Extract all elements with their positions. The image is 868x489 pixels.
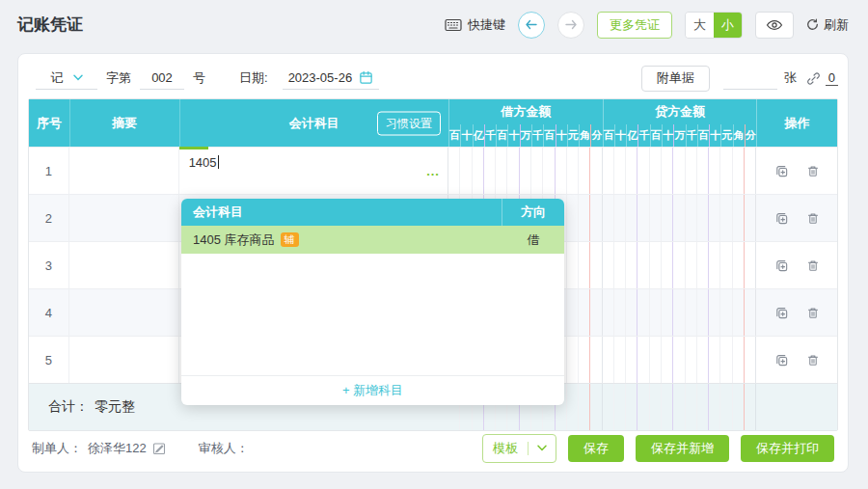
calendar-icon[interactable] (359, 70, 373, 85)
subject-input-value[interactable]: 1405 (189, 155, 217, 170)
amount-grid-cell (556, 148, 567, 194)
summary-cell[interactable] (69, 148, 179, 194)
summary-cell[interactable] (69, 242, 179, 288)
amount-grid-cell (733, 384, 745, 430)
amount-grid-cell (579, 148, 590, 194)
digit-column-label: 十 (461, 124, 473, 147)
amount-grid-cell (626, 337, 637, 383)
amount-grid-cell (567, 289, 579, 336)
dropdown-item-selected[interactable]: 1405 库存商品 辅 借 (181, 226, 564, 254)
voucher-word-select[interactable]: 记 (36, 67, 97, 90)
amount-grid-cell (473, 148, 484, 194)
delete-row-button[interactable] (806, 258, 820, 273)
habit-setting-button[interactable]: 习惯设置 (377, 111, 441, 135)
date-input[interactable]: 2023-05-26 (283, 67, 380, 90)
amount-grid-cell (686, 289, 697, 336)
subject-cell[interactable]: 1405... (179, 148, 448, 194)
row-actions-cell (756, 337, 837, 383)
save-and-print-button[interactable]: 保存并打印 (741, 435, 834, 462)
attachment-count-link[interactable]: 0 (826, 70, 838, 86)
amount-grid-cell (745, 242, 755, 288)
template-button[interactable]: 模板 (482, 434, 556, 463)
copy-row-button[interactable] (774, 211, 789, 226)
digit-column-label: 十 (556, 124, 568, 147)
summary-cell[interactable] (69, 195, 179, 241)
summary-cell[interactable] (69, 289, 179, 336)
delete-row-button[interactable] (806, 164, 820, 178)
add-subject-button[interactable]: + 新增科目 (181, 375, 564, 405)
save-button[interactable]: 保存 (568, 435, 624, 462)
copy-row-button[interactable] (774, 306, 789, 320)
total-label: 合计： (48, 398, 89, 416)
credit-header-label: 贷方金额 (604, 99, 757, 124)
debit-amount-cell[interactable] (448, 148, 603, 194)
previous-voucher-button[interactable] (518, 12, 545, 39)
amount-grid-cell (520, 148, 531, 194)
top-bar: 记账凭证 快捷键 更多凭证 (0, 0, 868, 37)
visibility-button[interactable] (755, 12, 794, 39)
amount-grid-cell (567, 384, 579, 430)
amount-grid-cell (614, 195, 626, 241)
digit-column-label: 千 (532, 124, 544, 147)
debit-digit-labels: 百十亿千百十万千百十元角分 (449, 124, 603, 147)
total-actions-cell (756, 384, 837, 430)
subject-picker-ellipsis-button[interactable]: ... (426, 164, 440, 178)
summary-cell[interactable] (69, 337, 179, 383)
subject-dropdown: 会计科目 方向 1405 库存商品 辅 借 + 新增科目 (181, 199, 564, 405)
size-large-option[interactable]: 大 (686, 13, 714, 38)
digit-column-label: 十 (663, 124, 674, 147)
amount-grid-cell (448, 148, 460, 194)
credit-amount-cell[interactable] (603, 337, 757, 383)
edit-icon[interactable] (152, 442, 166, 455)
copy-row-button[interactable] (774, 164, 789, 178)
credit-amount-cell[interactable] (603, 242, 757, 288)
save-and-new-button[interactable]: 保存并新增 (636, 435, 729, 462)
delete-row-button[interactable] (806, 211, 820, 226)
digit-column-label: 百 (449, 124, 461, 147)
digit-column-label: 元 (721, 124, 733, 147)
attachment-count-input[interactable] (723, 67, 777, 90)
digit-column-label: 百 (604, 124, 615, 147)
amount-grid-cell (673, 195, 685, 241)
keyboard-icon (445, 18, 462, 32)
row-seq-cell: 1 (29, 148, 69, 194)
voucher-header-right: 附单据 张 0 (641, 66, 838, 92)
copy-row-button[interactable] (774, 258, 789, 273)
amount-grid-cell (686, 242, 697, 288)
amount-grid-cell (709, 384, 720, 430)
refresh-button[interactable]: 刷新 (806, 16, 849, 34)
amount-grid-cell (662, 384, 673, 430)
attachment-button[interactable]: 附单据 (641, 66, 710, 92)
amount-grid-cell (709, 148, 720, 194)
digit-column-label: 元 (568, 124, 580, 147)
amount-grid-cell (673, 384, 685, 430)
amount-grid-cell (590, 148, 601, 194)
paperclip-icon[interactable] (806, 71, 821, 86)
delete-row-button[interactable] (806, 353, 820, 367)
date-value: 2023-05-26 (288, 70, 353, 85)
size-small-option[interactable]: 小 (714, 13, 742, 38)
delete-row-button[interactable] (806, 306, 820, 320)
amount-grid-cell (673, 289, 685, 336)
credit-amount-cell[interactable] (603, 289, 757, 336)
shortcut-key-button[interactable]: 快捷键 (445, 16, 505, 34)
copy-row-button[interactable] (774, 353, 789, 367)
amount-grid-cell (720, 289, 732, 336)
more-vouchers-button[interactable]: 更多凭证 (597, 12, 672, 39)
digit-column-label: 百 (651, 124, 663, 147)
amount-grid-cell (720, 242, 732, 288)
next-voucher-button[interactable] (557, 12, 584, 39)
chevron-down-icon[interactable] (529, 445, 556, 451)
voucher-number-input[interactable]: 002 (140, 67, 184, 90)
zidi-label: 字第 (106, 69, 131, 87)
amount-grid-cell (686, 148, 697, 194)
credit-amount-cell[interactable] (603, 148, 757, 194)
credit-amount-cell[interactable] (603, 195, 757, 241)
amount-grid-cell (662, 148, 673, 194)
credit-digit-labels: 百十亿千百十万千百十元角分 (604, 124, 757, 147)
amount-grid-cell (662, 337, 673, 383)
row-seq-cell: 4 (29, 289, 69, 336)
amount-grid-cell (733, 289, 745, 336)
amount-grid-cell (626, 289, 637, 336)
dropdown-empty-area (181, 254, 564, 375)
